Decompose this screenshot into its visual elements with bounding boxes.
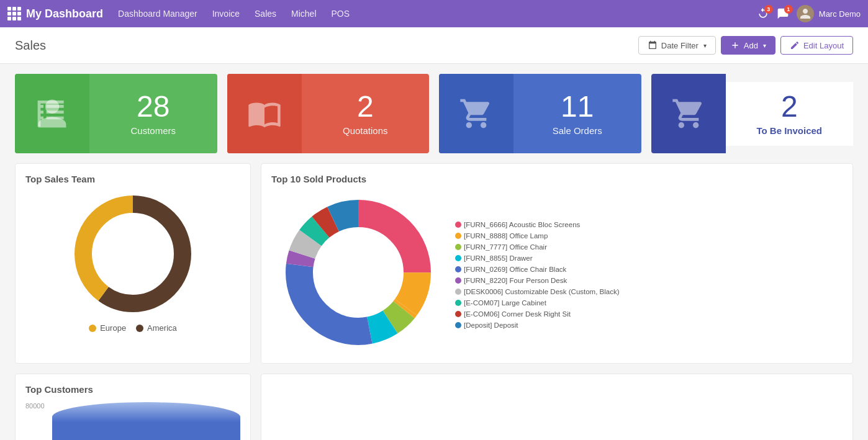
nav-dashboard-manager[interactable]: Dashboard Manager <box>118 9 197 19</box>
to-be-invoiced-body: 2 To Be Invoiced <box>726 82 854 146</box>
nav-invoice[interactable]: Invoice <box>212 9 240 19</box>
main-nav: Dashboard Manager Invoice Sales Michel P… <box>118 9 757 19</box>
america-color <box>136 325 143 332</box>
to-be-invoiced-number: 2 <box>781 92 798 122</box>
prod-label-2: [FURN_7777] Office Chair <box>464 243 547 251</box>
avatar <box>797 5 814 22</box>
cart-svg-icon <box>459 96 494 131</box>
page-title: Sales <box>15 38 46 53</box>
notification-count: 3 <box>764 5 773 14</box>
bottom-row: Top Customers 80000 Taxes Total <box>15 374 853 440</box>
prod-legend-1: [FURN_8888] Office Lamp <box>455 232 548 240</box>
invoice-cart-svg-icon <box>671 96 706 131</box>
customers-card[interactable]: 28 Customers <box>15 74 217 153</box>
prod-label-1: [FURN_8888] Office Lamp <box>464 232 548 240</box>
prod-legend-8: [E-COM06] Corner Desk Right Sit <box>455 310 571 318</box>
nav-pos[interactable]: POS <box>332 9 350 19</box>
to-be-invoiced-label: To Be Invoiced <box>756 125 822 136</box>
prod-label-9: [Deposit] Deposit <box>464 321 518 329</box>
prod-label-3: [FURN_8855] Drawer <box>464 254 533 262</box>
to-be-invoiced-icon-bg <box>651 74 726 153</box>
grid-icon <box>7 7 21 20</box>
america-label: America <box>147 323 177 333</box>
topbar: My Dashboard Dashboard Manager Invoice S… <box>0 0 868 27</box>
message-btn[interactable]: 1 <box>777 7 789 20</box>
add-icon <box>730 40 740 50</box>
sale-orders-label: Sale Orders <box>553 125 602 136</box>
date-filter-caret: ▾ <box>703 42 707 49</box>
to-be-invoiced-card[interactable]: 2 To Be Invoiced <box>651 74 854 153</box>
sale-orders-number: 11 <box>561 92 594 122</box>
prod-legend-9: [Deposit] Deposit <box>455 321 518 329</box>
sales-team-donut <box>65 192 201 316</box>
prod-label-0: [FURN_6666] Acoustic Bloc Screens <box>464 221 580 228</box>
europe-legend-item: Europe <box>89 323 126 333</box>
svg-point-2 <box>101 222 165 286</box>
top-customers-chart: 80000 <box>25 402 240 440</box>
calendar-icon <box>648 40 658 50</box>
quotations-number: 2 <box>357 92 374 122</box>
bottom-right-panel <box>261 374 853 440</box>
sale-orders-body: 11 Sale Orders <box>513 82 641 146</box>
date-filter-btn[interactable]: Date Filter ▾ <box>638 36 716 55</box>
add-caret: ▾ <box>763 42 766 49</box>
add-label: Add <box>744 41 758 50</box>
add-btn[interactable]: Add ▾ <box>721 36 775 55</box>
prod-label-8: [E-COM06] Corner Desk Right Sit <box>464 310 571 318</box>
top-sales-team-title: Top Sales Team <box>25 174 240 184</box>
y-axis-label: 80000 <box>25 402 45 410</box>
customers-label: Customers <box>130 125 176 136</box>
prod-legend-4: [FURN_0269] Office Chair Black <box>455 266 566 273</box>
top-customers-title: Top Customers <box>25 384 240 395</box>
main-content: 28 Customers 2 Quotations 11 Sale Orders <box>0 64 868 440</box>
nav-michel[interactable]: Michel <box>291 9 316 19</box>
page-header: Sales Date Filter ▾ Add ▾ Edit Layout <box>0 27 868 64</box>
quotations-svg-icon <box>247 96 282 131</box>
customers-bar <box>52 402 240 440</box>
prod-legend-2: [FURN_7777] Office Chair <box>455 243 547 251</box>
products-donut <box>271 192 445 353</box>
customers-icon-bg <box>15 74 89 153</box>
quotations-label: Quotations <box>343 125 388 136</box>
nav-sales[interactable]: Sales <box>255 9 276 19</box>
sale-orders-card[interactable]: 11 Sale Orders <box>439 74 641 153</box>
app-logo[interactable]: My Dashboard <box>7 7 103 20</box>
date-filter-label: Date Filter <box>661 41 698 50</box>
prod-legend-5: [FURN_8220] Four Person Desk <box>455 277 567 284</box>
app-title: My Dashboard <box>26 7 103 20</box>
prod-label-6: [DESK0006] Customizable Desk (Custom, Bl… <box>464 288 620 295</box>
sale-orders-icon-bg <box>439 74 513 153</box>
prod-label-7: [E-COM07] Large Cabinet <box>464 299 546 307</box>
user-menu[interactable]: Marc Demo <box>797 5 861 22</box>
page-actions: Date Filter ▾ Add ▾ Edit Layout <box>638 36 853 55</box>
svg-point-14 <box>320 234 397 311</box>
products-chart-area: [FURN_6666] Acoustic Bloc Screens [FURN_… <box>271 192 843 353</box>
customers-body: 28 Customers <box>89 82 217 146</box>
sales-team-legend: Europe America <box>89 323 177 333</box>
top-customers-panel: Top Customers 80000 Taxes Total <box>15 374 251 440</box>
quotations-body: 2 Quotations <box>302 82 430 146</box>
prod-legend-3: [FURN_8855] Drawer <box>455 254 533 262</box>
top-sales-team-panel: Top Sales Team Europe <box>15 163 251 364</box>
prod-legend-7: [E-COM07] Large Cabinet <box>455 299 546 307</box>
europe-label: Europe <box>100 323 126 333</box>
charts-row: Top Sales Team Europe <box>15 163 853 364</box>
message-count: 1 <box>784 5 793 14</box>
quotations-card[interactable]: 2 Quotations <box>227 74 430 153</box>
edit-layout-btn[interactable]: Edit Layout <box>780 36 853 55</box>
products-legend: [FURN_6666] Acoustic Bloc Screens [FURN_… <box>455 221 629 329</box>
notification-bell-btn[interactable]: 3 <box>757 7 769 20</box>
prod-legend-0: [FURN_6666] Acoustic Bloc Screens <box>455 221 580 228</box>
customers-number: 28 <box>137 92 170 122</box>
top-products-panel: Top 10 Sold Products <box>261 163 853 364</box>
prod-label-4: [FURN_0269] Office Chair Black <box>464 266 566 273</box>
europe-color <box>89 325 96 332</box>
sales-team-chart: Europe America <box>25 192 240 333</box>
edit-icon <box>790 40 800 50</box>
quotations-icon-bg <box>227 74 302 153</box>
prod-label-5: [FURN_8220] Four Person Desk <box>464 277 567 284</box>
prod-legend-6: [DESK0006] Customizable Desk (Custom, Bl… <box>455 288 620 295</box>
edit-layout-label: Edit Layout <box>803 41 844 50</box>
username: Marc Demo <box>819 9 861 19</box>
customers-svg-icon <box>35 96 70 131</box>
